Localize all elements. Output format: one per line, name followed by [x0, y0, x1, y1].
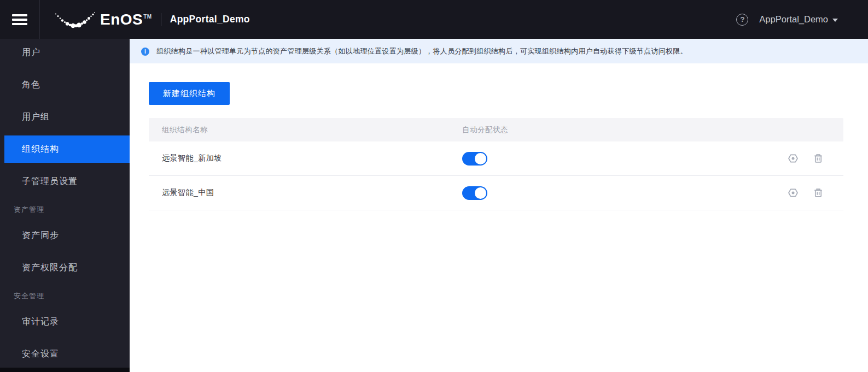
trash-icon[interactable]	[813, 187, 824, 198]
info-icon: i	[141, 48, 149, 56]
settings-nut-icon[interactable]	[788, 187, 799, 198]
column-header-org-name: 组织结构名称	[149, 125, 462, 135]
enos-crescent-icon	[54, 10, 96, 30]
help-icon[interactable]: ?	[736, 14, 748, 26]
sidebar-item-org-structure[interactable]: 组织结构	[4, 135, 130, 163]
org-name-cell: 远景智能_中国	[149, 188, 462, 198]
sidebar-item-asset-sync[interactable]: 资产同步	[0, 222, 130, 249]
table-row: 远景智能_中国	[149, 176, 843, 210]
auto-assign-toggle[interactable]	[462, 186, 487, 200]
sidebar-item-security-settings[interactable]: 安全设置	[0, 340, 130, 368]
info-banner: i 组织结构是一种以管理单元为节点的资产管理层级关系（如以地理位置设置为层级），…	[130, 39, 868, 63]
account-dropdown[interactable]: AppPortal_Demo	[759, 14, 838, 25]
hamburger-menu-icon[interactable]	[12, 14, 27, 25]
table-header-row: 组织结构名称 自动分配状态	[149, 118, 843, 141]
sidebar-nav: 用户 角色 用户组 组织结构 子管理员设置 资产管理 资产同步 资产权限分配 安…	[0, 39, 130, 372]
create-org-structure-button[interactable]: 新建组织结构	[149, 82, 230, 105]
account-name: AppPortal_Demo	[759, 14, 828, 25]
main-content: i 组织结构是一种以管理单元为节点的资产管理层级关系（如以地理位置设置为层级），…	[130, 39, 868, 372]
org-structure-table: 组织结构名称 自动分配状态 远景智能_新加坡 远景智能_中国	[149, 118, 843, 210]
sidebar-item-users[interactable]: 用户	[0, 39, 130, 66]
sidebar-section-security-management: 安全管理	[0, 286, 130, 306]
sidebar-item-audit-log[interactable]: 审计记录	[0, 308, 130, 335]
sidebar-section-asset-management: 资产管理	[0, 200, 130, 220]
trash-icon[interactable]	[813, 153, 824, 164]
sidebar-item-user-groups[interactable]: 用户组	[0, 103, 130, 131]
brand-divider	[161, 13, 161, 26]
brand-name: EnOSTM	[100, 11, 152, 28]
sidebar-item-subadmin-settings[interactable]: 子管理员设置	[0, 168, 130, 195]
topbar-divider	[39, 0, 40, 39]
settings-nut-icon[interactable]	[788, 153, 799, 164]
enos-logo: EnOSTM AppPortal_Demo	[54, 0, 250, 39]
sidebar-item-roles[interactable]: 角色	[0, 71, 130, 98]
info-banner-text: 组织结构是一种以管理单元为节点的资产管理层级关系（如以地理位置设置为层级），将人…	[156, 46, 688, 56]
caret-down-icon	[832, 19, 838, 22]
top-bar: EnOSTM AppPortal_Demo ? AppPortal_Demo	[0, 0, 868, 39]
table-row: 远景智能_新加坡	[149, 141, 843, 176]
org-name-cell: 远景智能_新加坡	[149, 153, 462, 163]
sidebar-item-asset-permission[interactable]: 资产权限分配	[0, 254, 130, 281]
auto-assign-toggle[interactable]	[462, 152, 487, 166]
column-header-auto-assign-status: 自动分配状态	[462, 125, 508, 135]
app-title: AppPortal_Demo	[170, 14, 250, 25]
sidebar-bottom-edge	[0, 368, 130, 372]
